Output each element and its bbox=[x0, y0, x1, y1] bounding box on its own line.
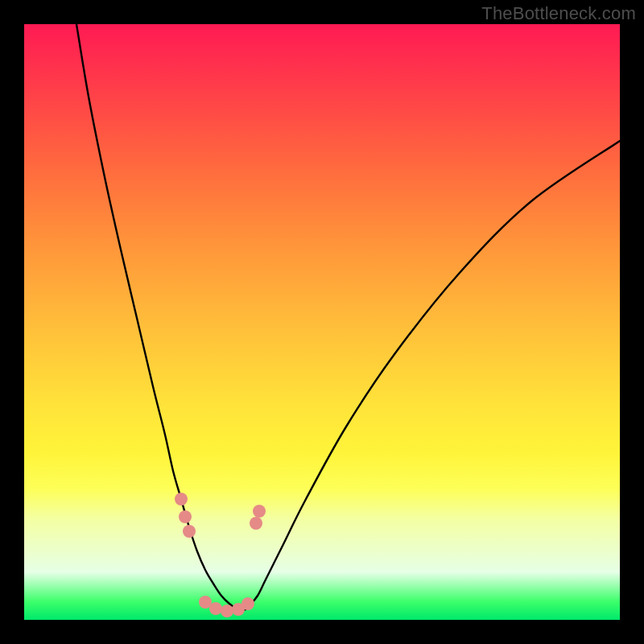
marker-left-seg-mid bbox=[179, 510, 192, 523]
marker-valley-seg-3 bbox=[221, 605, 233, 617]
marker-right-seg-top bbox=[253, 505, 266, 518]
marker-left-seg-top bbox=[175, 493, 188, 506]
curve-markers bbox=[175, 493, 266, 617]
bottleneck-curve bbox=[76, 24, 620, 610]
marker-right-seg-bot bbox=[250, 517, 262, 530]
chart-stage: TheBottleneck.com bbox=[0, 0, 644, 644]
watermark-text: TheBottleneck.com bbox=[481, 3, 636, 24]
marker-valley-seg-2 bbox=[209, 602, 222, 615]
marker-left-seg-bot bbox=[183, 525, 196, 538]
curve-svg bbox=[24, 24, 620, 620]
marker-valley-seg-5 bbox=[242, 597, 254, 610]
plot-area bbox=[24, 24, 620, 620]
